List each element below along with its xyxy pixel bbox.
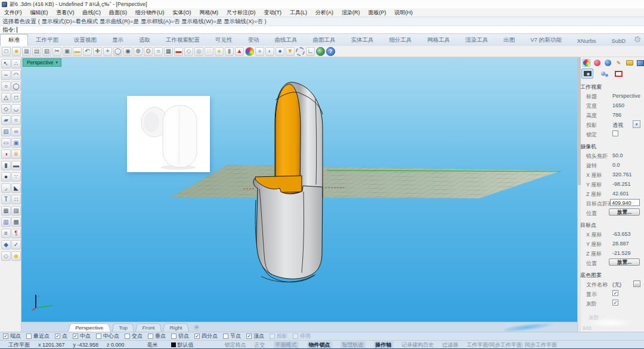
viewport-title[interactable]: Perspective ▾ (23, 58, 61, 67)
osnap-toggle[interactable]: ✓点 (55, 332, 67, 340)
funnel-icon[interactable]: ▼ (286, 47, 295, 56)
ribbon-tab[interactable]: 曲面工具 (305, 35, 343, 46)
zoom-selected-icon[interactable]: ⊙ (144, 47, 153, 56)
ribbon-tab[interactable]: SubD (603, 36, 633, 46)
files-tab[interactable] (626, 59, 633, 67)
surface-plane-icon[interactable]: ▰ (1, 116, 11, 125)
status-toggle[interactable]: 正交 (255, 341, 265, 349)
array-icon[interactable]: ▩ (11, 217, 21, 227)
new-viewport-button[interactable]: + (194, 325, 199, 330)
ribbon-tab[interactable]: 选取 (131, 35, 158, 46)
materials-tab[interactable] (593, 59, 601, 67)
surface-loft-icon[interactable]: ≈ (11, 116, 21, 125)
select-pointer-icon[interactable]: ↖ (1, 59, 11, 68)
menu-item[interactable]: 细分物件(U) (131, 9, 169, 17)
cylinder-icon[interactable]: ▭ (1, 138, 11, 148)
move-icon[interactable]: + (103, 47, 112, 56)
status-toggle[interactable]: 工作平面/同步工作平面: 同步工作平面 (467, 341, 558, 349)
cone-icon[interactable]: ▲ (235, 47, 244, 56)
polygon-icon[interactable]: ◇ (1, 104, 11, 114)
curve-freeform-icon[interactable]: ～ (1, 70, 11, 80)
checkbox-icon[interactable] (125, 334, 130, 339)
dropdown-button[interactable]: ▾ (633, 120, 640, 128)
ribbon-tab[interactable]: V7 的新功能 (523, 35, 569, 46)
paint-bucket-icon[interactable]: ◆ (1, 240, 11, 250)
text-tool-icon[interactable]: T (1, 195, 11, 204)
open-file-icon[interactable]: ■ (12, 47, 21, 56)
osnap-toggle[interactable]: ✓顶点 (246, 332, 264, 340)
perspective-viewport[interactable]: Perspective ▾ z (21, 57, 577, 322)
ribbon-tab[interactable]: 网格工具 (420, 35, 458, 46)
viewport-tab-front[interactable]: Front (135, 323, 162, 332)
menu-item[interactable]: 分析(A) (311, 9, 338, 17)
print-icon[interactable]: ▤ (32, 47, 41, 56)
sphere-group-icon[interactable]: ∵ (11, 172, 21, 182)
lock-icon[interactable]: ▮ (225, 47, 234, 56)
osnap-toggle[interactable]: ✓四分点 (194, 332, 218, 340)
ribbon-tab[interactable]: 变动 (240, 35, 267, 46)
menu-item[interactable]: 面板(P) (364, 9, 391, 17)
menu-item[interactable]: 曲面(S) (105, 9, 131, 17)
checkbox-icon[interactable] (148, 334, 153, 339)
paste-icon[interactable]: ▬ (73, 47, 82, 56)
cut-icon[interactable]: ✂ (52, 47, 61, 56)
ribbon-tab[interactable]: XNurbs (569, 36, 604, 46)
status-toggle[interactable]: 智慧轨迹 (340, 341, 366, 349)
arc-icon[interactable]: ◡ (11, 104, 21, 114)
osnap-toggle[interactable]: 切点 (171, 332, 189, 340)
checkbox-icon[interactable] (612, 130, 618, 136)
save-icon[interactable]: ▦ (22, 47, 31, 56)
value-field[interactable]: 409.940 (610, 199, 640, 206)
plane-set-icon[interactable]: ▣ (11, 138, 21, 148)
menu-item[interactable]: 曲线(C) (79, 9, 106, 17)
copy-icon[interactable]: ▣ (63, 47, 72, 56)
osnap-toggle[interactable]: 垂点 (148, 332, 166, 340)
checkbox-icon[interactable] (171, 334, 177, 339)
menu-item[interactable]: 说明(H) (391, 9, 417, 17)
viewport-properties-tab[interactable] (581, 68, 593, 79)
slab-icon[interactable]: ▬ (11, 161, 21, 170)
point-grid-icon[interactable]: ∷ (11, 195, 21, 204)
display-mode-tab[interactable] (612, 68, 624, 79)
hatch-icon[interactable]: ▨ (11, 206, 21, 216)
x-coordinate[interactable]: x 1201.367 (38, 342, 65, 348)
menu-item[interactable]: 网格(M) (196, 9, 223, 17)
checkbox-icon[interactable]: ✓ (3, 334, 8, 339)
boolean-icon[interactable]: ◑ (1, 149, 11, 159)
menu-item[interactable]: 变动(T) (260, 9, 286, 17)
explode-icon[interactable]: ※ (11, 149, 21, 159)
lightbulb-icon[interactable]: ● (215, 47, 224, 56)
scrollbar-thumb[interactable] (578, 57, 581, 185)
checkbox-icon[interactable]: ✓ (73, 334, 78, 339)
viewport-layout-icon[interactable]: ▦ (164, 47, 173, 56)
reference-image[interactable] (127, 96, 210, 172)
z-coordinate[interactable]: z 0.000 (107, 342, 125, 348)
ellipse-icon[interactable]: ◯ (11, 82, 21, 91)
array-linear-icon[interactable]: ≡ (1, 229, 11, 238)
curve-control-icon[interactable]: ◠ (11, 70, 21, 80)
checkbox-icon[interactable] (26, 334, 32, 339)
cplane-icon[interactable]: ∟ (306, 47, 315, 56)
zoom-window-icon[interactable]: ◉ (123, 47, 132, 56)
osnap-toggle[interactable]: 停用 (293, 332, 311, 340)
cylinder-blue-icon[interactable]: ▥ (1, 217, 11, 227)
checkbox-icon[interactable] (96, 334, 101, 339)
model-lower-body[interactable] (253, 176, 323, 282)
status-toggle[interactable]: 记录建构历史 (402, 341, 434, 349)
zoom-extents-icon[interactable]: ⊕ (134, 47, 143, 56)
help-icon[interactable]: ? (326, 47, 335, 56)
osnap-toggle[interactable]: ✓端点 (3, 332, 21, 340)
sphere-dark-icon[interactable]: ● (1, 172, 11, 182)
menu-item[interactable]: 渲染(R) (338, 9, 364, 17)
status-toggle[interactable]: 操作轴 (374, 341, 394, 349)
checkbox-icon[interactable]: ✓ (194, 334, 200, 339)
zoom-icon[interactable]: ◯ (113, 47, 122, 56)
y-coordinate[interactable]: y -432.958 (73, 342, 99, 348)
ribbon-tab[interactable]: 出图 (496, 35, 523, 46)
fillet-icon[interactable]: ◞ (1, 183, 11, 193)
properties-tab[interactable] (583, 59, 590, 67)
render-sphere-icon[interactable]: ● (255, 47, 264, 56)
render-blue-sphere-icon[interactable]: ● (275, 47, 284, 56)
menu-item[interactable]: 文件(F) (0, 9, 26, 17)
place-button[interactable]: 放置... (609, 258, 640, 266)
